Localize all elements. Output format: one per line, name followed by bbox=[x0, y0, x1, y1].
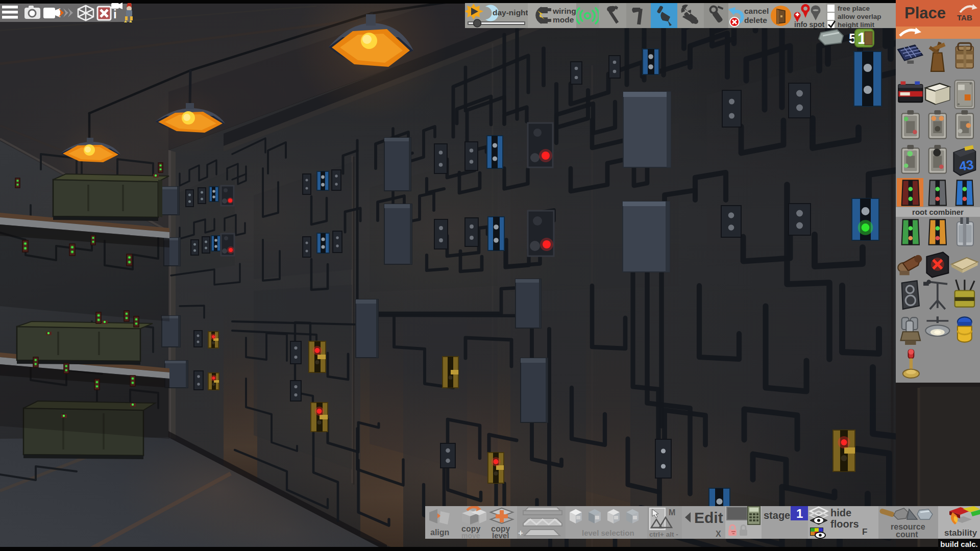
svg-text:ctrl+ alt -: ctrl+ alt - bbox=[649, 531, 678, 538]
svg-text:level: level bbox=[492, 531, 509, 539]
svg-text:M: M bbox=[669, 508, 675, 517]
svg-text:hide: hide bbox=[830, 507, 851, 518]
svg-text:Edit: Edit bbox=[694, 509, 723, 526]
svg-text:height limit: height limit bbox=[838, 21, 875, 28]
svg-text:level selection: level selection bbox=[582, 529, 634, 537]
svg-text:F: F bbox=[862, 527, 867, 537]
svg-text:move: move bbox=[461, 532, 480, 539]
svg-text:wiring: wiring bbox=[552, 7, 576, 15]
svg-text:43: 43 bbox=[958, 157, 974, 173]
svg-text:count: count bbox=[896, 530, 918, 539]
svg-text:stability: stability bbox=[944, 528, 977, 538]
svg-text:free place: free place bbox=[838, 5, 870, 12]
svg-text:stage: stage bbox=[764, 510, 790, 521]
svg-text:mode: mode bbox=[553, 15, 574, 24]
svg-text:align: align bbox=[430, 528, 449, 537]
svg-text:X: X bbox=[716, 530, 721, 538]
svg-text:allow overlap: allow overlap bbox=[838, 13, 881, 20]
svg-text:day-night: day-night bbox=[493, 8, 528, 17]
svg-text:1: 1 bbox=[796, 507, 803, 520]
svg-text:floors: floors bbox=[830, 518, 859, 530]
svg-text:info spot: info spot bbox=[794, 20, 824, 28]
svg-text:+: + bbox=[518, 528, 523, 538]
svg-text:delete: delete bbox=[744, 16, 767, 24]
svg-text:cancel: cancel bbox=[744, 7, 769, 15]
